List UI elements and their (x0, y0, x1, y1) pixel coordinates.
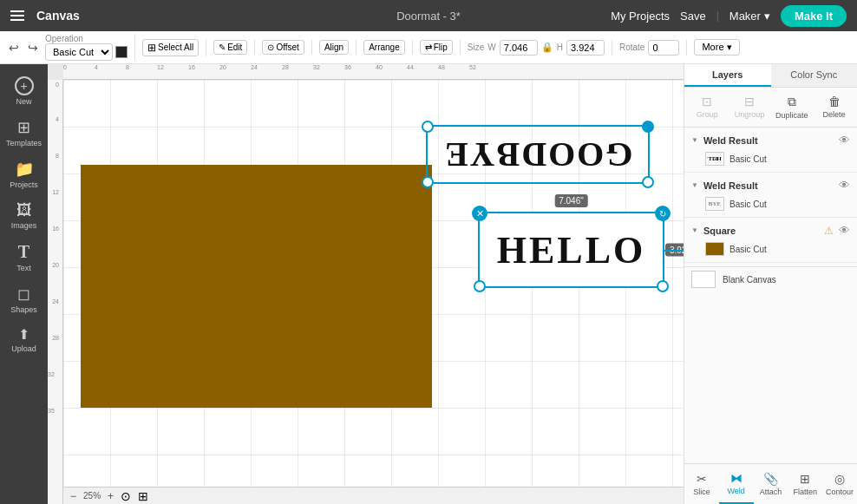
ungroup-button[interactable]: ⊟ Ungroup (730, 91, 769, 123)
visibility-icon-3[interactable]: 👁 (839, 224, 850, 237)
goodbye-text-content: GOODBYE (443, 134, 632, 175)
align-button[interactable]: Align (319, 40, 349, 55)
canvas-area[interactable]: 0 4 8 12 16 20 24 28 32 36 40 44 48 52 0… (48, 64, 684, 504)
canvas-bottom-bar: − 25% + ⊙ ⊞ (63, 487, 684, 504)
flatten-icon: ⊞ (800, 472, 810, 486)
rotate-handle[interactable]: ↻ (655, 206, 671, 221)
width-label: W (487, 43, 495, 52)
hello-text-content: HELLO (497, 228, 646, 272)
color-swatch[interactable] (115, 46, 128, 58)
sidebar-item-images[interactable]: 🖼 Images (3, 196, 45, 235)
blank-canvas-row: Blank Canvas (684, 266, 857, 291)
weld-icon: ⧓ (730, 471, 743, 485)
fit-button[interactable]: ⊙ (121, 489, 131, 503)
layer-actions: ⊡ Group ⊟ Ungroup ⧉ Duplicate 🗑 Delete (684, 88, 857, 128)
canvas-title: Doormat - 3* (396, 10, 461, 23)
ungroup-icon: ⊟ (744, 95, 755, 108)
sidebar-label-new: New (16, 97, 31, 106)
offset-button[interactable]: ⊙ Offset (262, 40, 304, 55)
grid-button[interactable]: ⊞ (138, 489, 148, 503)
slice-button[interactable]: ✂ Slice (684, 465, 719, 503)
sidebar-item-new[interactable]: + New (3, 71, 45, 111)
arrow-icon-2: ▼ (691, 181, 698, 189)
my-projects-button[interactable]: My Projects (611, 10, 670, 23)
duplicate-icon: ⧉ (788, 95, 796, 109)
shapes-icon: ◻ (17, 285, 30, 304)
close-handle[interactable]: ✕ (472, 206, 487, 221)
zoom-in-button[interactable]: + (108, 490, 114, 502)
layer-group-header-weld-1[interactable]: ▼ Weld Result 👁 (684, 131, 857, 149)
group-button[interactable]: ⊡ Group (688, 91, 727, 123)
group-icon: ⊡ (702, 95, 712, 108)
undo-button[interactable]: ↩ (7, 39, 21, 56)
layer-thumb-weld-2: BYE (705, 197, 724, 211)
handle-bottom-left[interactable] (474, 280, 486, 292)
arrange-button[interactable]: Arrange (363, 40, 405, 55)
delete-button[interactable]: 🗑 Delete (814, 91, 854, 123)
layer-item-weld-2-basic-cut[interactable]: BYE Basic Cut (684, 194, 857, 213)
offset-icon: ⊙ (267, 43, 274, 52)
bottom-layer-tools: ✂ Slice ⧓ Weld 📎 Attach ⊞ Flatten ◎ Cont… (684, 463, 857, 504)
layer-group-name-1: Weld Result (703, 135, 834, 146)
warning-icon: ⚠ (824, 225, 834, 237)
handle-bottom-left[interactable] (422, 176, 434, 188)
layer-item-square-basic-cut[interactable]: Basic Cut (684, 239, 857, 259)
sidebar-item-templates[interactable]: ⊞ Templates (3, 113, 45, 153)
layers-content: ▼ Weld Result 👁 HELL Basic Cut ▼ Weld Re… (684, 128, 857, 463)
sidebar-label-templates: Templates (6, 139, 42, 147)
ruler-left: 0 4 8 12 16 20 24 28 32 35 (48, 80, 63, 504)
make-it-button[interactable]: Make It (781, 5, 847, 27)
toolbar: ↩ ↪ Operation Basic Cut ⊞ Select All ✎ E… (0, 31, 857, 64)
flatten-button[interactable]: ⊞ Flatten (788, 465, 822, 503)
visibility-icon-2[interactable]: 👁 (839, 179, 850, 192)
sidebar-item-text[interactable]: T Text (3, 237, 45, 278)
layer-item-weld-1-basic-cut[interactable]: HELL Basic Cut (684, 149, 857, 168)
width-dimension-label: 7.046" (554, 194, 588, 207)
handle-bottom-right[interactable] (642, 176, 654, 188)
height-input[interactable] (566, 40, 605, 56)
left-sidebar: + New ⊞ Templates 📁 Projects 🖼 Images T … (0, 64, 48, 504)
rotate-label: Rotate (619, 43, 644, 52)
duplicate-button[interactable]: ⧉ Duplicate (773, 91, 812, 123)
layer-group-weld-2: ▼ Weld Result 👁 BYE Basic Cut (684, 173, 857, 218)
width-input[interactable] (500, 40, 538, 56)
maker-button[interactable]: Maker ▾ (729, 10, 770, 23)
ruler-top: 0 4 8 12 16 20 24 28 32 36 40 44 48 52 (63, 64, 684, 80)
layer-group-header-square[interactable]: ▼ Square ⚠ 👁 (684, 221, 857, 239)
more-button[interactable]: More ▾ (694, 39, 739, 56)
select-all-button[interactable]: ⊞ Select All (142, 39, 199, 56)
handle-top-left[interactable] (422, 121, 434, 133)
layer-group-header-weld-2[interactable]: ▼ Weld Result 👁 (684, 176, 857, 194)
flip-button[interactable]: ⇄ Flip (420, 40, 453, 55)
hamburger-menu[interactable] (10, 10, 24, 21)
edit-button[interactable]: ✎ Edit (213, 40, 247, 55)
goodbye-text-element[interactable]: GOODBYE (426, 125, 650, 184)
app-name: Canvas (36, 9, 80, 23)
attach-button[interactable]: 📎 Attach (754, 465, 788, 503)
rotate-input[interactable] (648, 40, 679, 56)
panel-tabs: Layers Color Sync (684, 64, 857, 88)
redo-button[interactable]: ↪ (26, 39, 40, 56)
save-button[interactable]: Save (680, 10, 706, 23)
hello-text-element[interactable]: ✕ 7.046" 3.924 HELLO ↻ (478, 212, 664, 288)
lock-icon[interactable]: 🔒 (541, 42, 553, 53)
visibility-icon-1[interactable]: 👁 (839, 134, 850, 147)
layer-group-name-2: Weld Result (703, 180, 834, 191)
sidebar-item-upload[interactable]: ⬆ Upload (3, 321, 45, 358)
templates-icon: ⊞ (17, 118, 30, 137)
main-layout: + New ⊞ Templates 📁 Projects 🖼 Images T … (0, 64, 857, 504)
sidebar-label-text: Text (16, 264, 31, 272)
operation-select[interactable]: Basic Cut (45, 43, 113, 61)
sidebar-item-shapes[interactable]: ◻ Shapes (3, 279, 45, 319)
tab-layers[interactable]: Layers (684, 64, 771, 87)
contour-button[interactable]: ◎ Contour (822, 465, 857, 503)
canvas-grid: GOODBYE ✕ 7.046" 3.924 HELLO ↻ (63, 80, 684, 487)
sidebar-label-projects: Projects (10, 180, 38, 189)
weld-button[interactable]: ⧓ Weld (719, 464, 754, 504)
brown-rectangle[interactable] (81, 165, 432, 408)
tab-color-sync[interactable]: Color Sync (771, 64, 858, 87)
handle-bottom-right[interactable] (657, 280, 669, 292)
handle-top-right[interactable] (642, 121, 654, 133)
zoom-out-button[interactable]: − (70, 490, 76, 502)
sidebar-item-projects[interactable]: 📁 Projects (3, 154, 45, 194)
